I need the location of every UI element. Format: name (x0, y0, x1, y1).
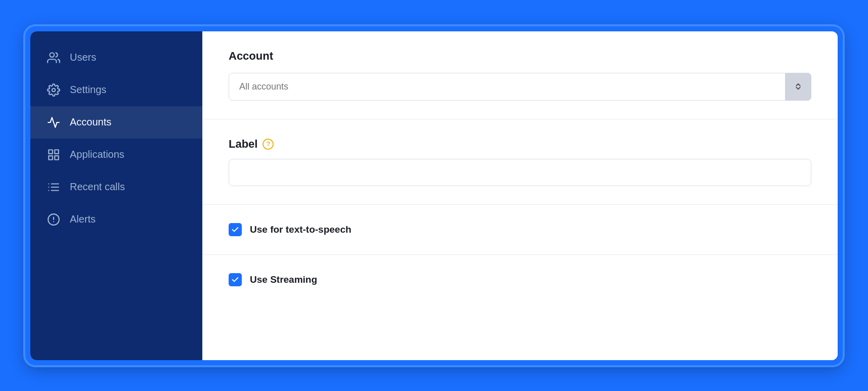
svg-rect-2 (49, 150, 53, 154)
label-section-title: Label (229, 138, 257, 151)
tts-checkbox[interactable] (229, 223, 242, 236)
account-section: Account (202, 31, 838, 119)
streaming-checkbox-label: Use Streaming (250, 274, 317, 285)
label-text-input[interactable] (229, 159, 811, 186)
recent-calls-icon (47, 180, 61, 194)
sidebar-item-recent-calls-label: Recent calls (70, 181, 125, 193)
sidebar-item-recent-calls[interactable]: Recent calls (30, 171, 202, 203)
tts-section: Use for text-to-speech (202, 205, 838, 255)
settings-icon (47, 83, 61, 97)
sidebar-item-alerts[interactable]: Alerts (30, 203, 202, 236)
tts-checkbox-row: Use for text-to-speech (229, 223, 811, 236)
svg-point-1 (52, 88, 56, 92)
svg-point-0 (50, 53, 54, 57)
tts-checkbox-label: Use for text-to-speech (250, 224, 352, 235)
streaming-section: Use Streaming (202, 255, 838, 305)
sidebar-item-settings-label: Settings (70, 84, 106, 96)
label-help-icon[interactable]: ? (263, 139, 274, 150)
alerts-icon (47, 212, 61, 227)
streaming-checkbox-row: Use Streaming (229, 273, 811, 286)
streaming-checkbox[interactable] (229, 273, 242, 286)
account-select-input[interactable] (229, 73, 811, 101)
svg-rect-3 (55, 150, 59, 154)
users-icon (47, 51, 61, 65)
main-content: Account (202, 31, 838, 360)
app-container: Users Settings Accounts (30, 31, 838, 360)
account-section-title: Account (229, 50, 811, 63)
check-icon (231, 226, 239, 234)
outer-frame: Users Settings Accounts (25, 26, 843, 365)
check-icon-streaming (231, 276, 239, 284)
sidebar-item-applications[interactable]: Applications (30, 139, 202, 171)
sidebar-item-accounts[interactable]: Accounts (30, 106, 202, 139)
sort-icon (794, 82, 803, 91)
sidebar: Users Settings Accounts (30, 31, 202, 360)
sidebar-item-users[interactable]: Users (30, 41, 202, 74)
sidebar-item-settings[interactable]: Settings (30, 74, 202, 106)
account-select-arrow-button[interactable] (785, 73, 811, 101)
sidebar-item-users-label: Users (70, 52, 96, 63)
account-select-wrapper (229, 73, 811, 101)
accounts-icon (47, 115, 61, 129)
svg-rect-5 (55, 156, 59, 160)
sidebar-item-accounts-label: Accounts (70, 116, 111, 128)
sidebar-item-alerts-label: Alerts (70, 213, 96, 225)
sidebar-item-applications-label: Applications (70, 149, 124, 160)
applications-icon (47, 148, 61, 162)
label-title-row: Label ? (229, 138, 811, 151)
label-section: Label ? (202, 119, 838, 205)
svg-rect-4 (49, 156, 53, 160)
